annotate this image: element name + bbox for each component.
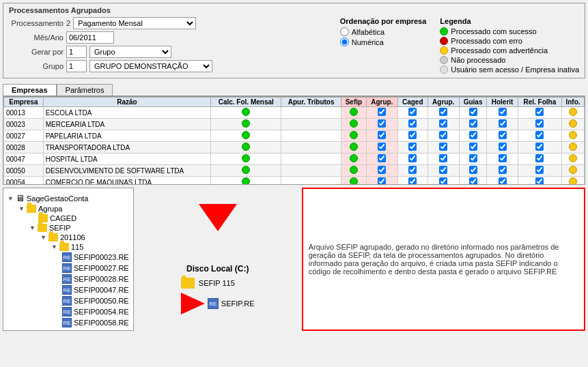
file-icon-1: RE — [62, 252, 72, 262]
tab-empresas[interactable]: Empresas — [3, 84, 57, 96]
panel-title: Processamentos Agrupados — [9, 6, 579, 14]
gray-dot — [440, 56, 448, 64]
gerar-row: Gerar por Grupo — [9, 46, 326, 58]
halfgray-dot — [440, 65, 448, 74]
table-row: 00047HOSPITAL LTDA — [4, 153, 585, 165]
th-guias: Guias — [459, 98, 487, 107]
legend-green-label: Processado com sucesso — [451, 27, 536, 35]
radio-alfabetica-input[interactable] — [340, 27, 349, 36]
main-table: Empresa Razão Calc. Fol. Mensal Apur. Tr… — [3, 97, 585, 185]
agrupa-folder-icon — [27, 205, 36, 213]
legend-gray: Não processado — [440, 56, 579, 64]
tree-file-5-label: SEFIP00050.RE — [74, 297, 129, 305]
grupo-row: Grupo GRUPO DEMONSTRAÇÃO — [9, 60, 326, 72]
115-folder-icon — [59, 243, 69, 251]
tree-file-1: RE SEFIP00023.RE — [8, 252, 129, 263]
tree-file-7-label: SEFIP00058.RE — [74, 319, 129, 327]
th-empresa: Empresa — [4, 98, 44, 107]
grupo-select[interactable]: GRUPO DEMONSTRAÇÃO — [89, 60, 212, 72]
mesano-input[interactable] — [66, 31, 114, 44]
file-icon-7: RE — [62, 318, 72, 327]
tab-parametros[interactable]: Parâmetros — [57, 84, 113, 96]
file-icon-2: RE — [62, 263, 72, 273]
201106-folder-icon — [48, 233, 58, 241]
grupo-label: Grupo — [9, 62, 64, 70]
tree-file-4-label: SEFIP00047.RE — [74, 286, 129, 294]
table-row: 00054COMERCIO DE MAQUINAS LTDA — [4, 177, 585, 186]
disk-sefip-folder: SEFIP 115 — [181, 278, 255, 289]
tree-caged-label: CAGED — [50, 214, 76, 222]
radio-alfabetica-label: Alfabética — [352, 28, 384, 36]
tree-file-4: RE SEFIP00047.RE — [8, 284, 129, 295]
th-calc: Calc. Fol. Mensal — [211, 98, 281, 107]
down-arrow-area — [199, 204, 237, 231]
201106-expand[interactable]: ▼ — [40, 234, 46, 241]
th-info: Info. — [561, 98, 584, 107]
pagamento-select[interactable]: Pagamento Mensal — [73, 17, 196, 29]
legend-yellow-label: Processado com advertência — [451, 46, 548, 55]
processamento-label: Processamento — [9, 19, 64, 27]
th-apur: Apur. Tributos — [281, 98, 341, 107]
disk-folder-label: SEFIP 115 — [199, 279, 235, 287]
tree-file-2: RE SEFIP00027.RE — [8, 263, 129, 274]
th-holerit: Holerit — [487, 98, 518, 107]
table-row: 00028TRANSPORTADORA LTDA — [4, 142, 585, 153]
115-expand[interactable]: ▼ — [51, 244, 57, 250]
radio-numerica-input[interactable] — [340, 38, 349, 46]
legend-title: Legenda — [440, 17, 579, 25]
disk-folder-icon — [181, 278, 195, 289]
tree-115-label: 115 — [71, 243, 83, 251]
tree-file-1-label: SEFIP00023.RE — [74, 253, 129, 261]
radio-numerica[interactable]: Numérica — [340, 38, 427, 46]
file-icon-3: RE — [62, 274, 72, 284]
gerar-label: Gerar por — [9, 48, 64, 56]
th-agrup1: Agrup. — [366, 98, 397, 107]
agrupa-expand[interactable]: ▼ — [18, 205, 25, 212]
disk-label: Disco Local (C:) — [181, 264, 255, 274]
disk-area: Disco Local (C:) SEFIP 115 RE SEFIP.RE — [181, 264, 255, 314]
expand-icon[interactable]: ▼ — [8, 195, 14, 202]
tree-agrupa: ▼ Agrupa — [8, 204, 129, 214]
tree-sefip: ▼ SEFIP — [8, 223, 129, 233]
file-icon-6: RE — [62, 307, 72, 317]
middle-section: Disco Local (C:) SEFIP 115 RE SEFIP.RE — [139, 188, 296, 331]
tree-root-label: SageGestaoConta — [27, 194, 89, 203]
tree-caged: CAGED — [8, 214, 129, 223]
gerar-select[interactable]: Grupo — [89, 46, 171, 58]
processamento-value: 2 — [66, 19, 70, 27]
left-form: Processamento 2 Pagamento Mensal Mês/Ano… — [9, 17, 326, 74]
disk-sefip-file: RE SEFIP.RE — [181, 293, 255, 314]
right-arrow-icon — [181, 293, 205, 314]
table-panel: Empresa Razão Calc. Fol. Mensal Apur. Tr… — [3, 96, 585, 185]
top-panel: Processamentos Agrupados Processamento 2… — [3, 3, 585, 78]
legend-yellow: Processado com advertência — [440, 46, 579, 55]
th-razao: Razão — [43, 98, 210, 107]
tree-201106: ▼ 201106 — [8, 233, 129, 242]
table-row: 00023MERCEARIA LTDA — [4, 119, 585, 130]
th-agrup2: Agrup. — [428, 98, 459, 107]
mesano-label: Mês/Ano — [9, 33, 64, 42]
th-sefip: Sefip — [341, 98, 366, 107]
tree-file-3-label: SEFIP00028.RE — [74, 275, 129, 283]
file-tree: ▼ 🖥 SageGestaoConta ▼ Agrupa CAGED ▼ SEF… — [3, 188, 134, 331]
table-row: 00027PAPELARIA LTDA — [4, 130, 585, 142]
sefip-expand[interactable]: ▼ — [29, 224, 36, 231]
legend-red: Processado com erro — [440, 37, 579, 45]
grupo-input[interactable] — [66, 60, 87, 72]
green-dot — [440, 27, 448, 35]
tree-115: ▼ 115 — [8, 242, 129, 252]
radio-numerica-label: Numérica — [352, 38, 384, 46]
legend-halfgray: Usuário sem acesso / Empresa inativa — [440, 65, 579, 74]
tree-file-7: RE SEFIP00058.RE — [8, 317, 129, 328]
tree-root: ▼ 🖥 SageGestaoConta — [8, 192, 129, 204]
disk-file-label: SEFIP.RE — [221, 299, 255, 308]
legend-green: Processado com sucesso — [440, 27, 579, 35]
info-box: Arquivo SEFIP agrupado, gerado no diretó… — [302, 188, 585, 331]
sefip-folder-icon — [38, 224, 47, 232]
tree-file-3: RE SEFIP00028.RE — [8, 274, 129, 284]
down-arrow-icon — [199, 204, 237, 231]
radio-alfabetica[interactable]: Alfabética — [340, 27, 427, 36]
ordering-title: Ordenação por empresa — [340, 17, 427, 25]
gerar-input[interactable] — [66, 46, 87, 58]
red-dot — [440, 37, 448, 45]
